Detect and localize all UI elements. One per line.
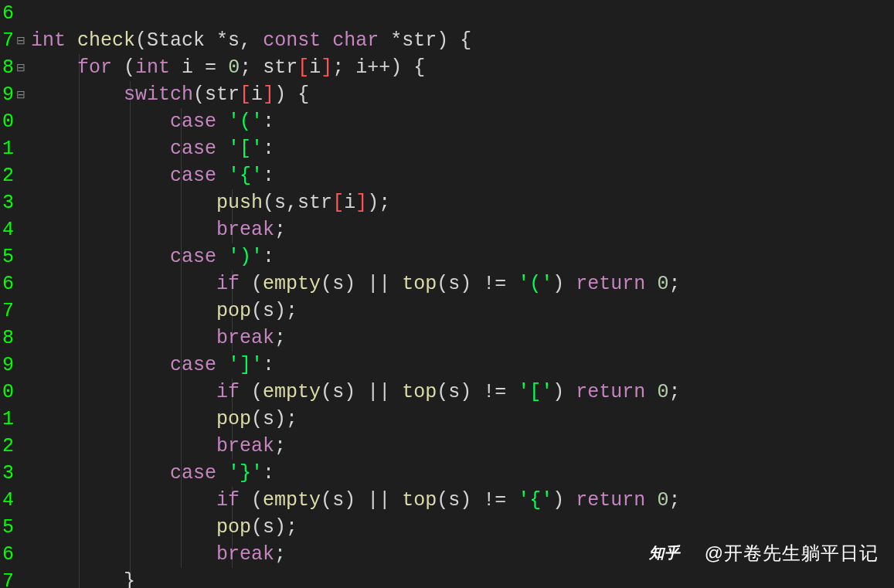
- code-token: ;: [379, 192, 390, 214]
- line-number: 7: [0, 297, 14, 325]
- code-token: [471, 273, 483, 295]
- code-token: i: [344, 192, 355, 214]
- code-line[interactable]: break;: [31, 216, 894, 243]
- code-token: [448, 29, 460, 52]
- code-token: [402, 56, 413, 79]
- gutter-row: 4: [0, 216, 26, 243]
- code-token: *: [216, 29, 228, 52]
- gutter-row: 2: [0, 433, 26, 460]
- code-token: [31, 462, 170, 484]
- code-line[interactable]: [31, 0, 894, 27]
- code-line[interactable]: pop(s);: [31, 406, 894, 433]
- code-area[interactable]: int check(Stack *s, const char *str) { f…: [26, 0, 894, 588]
- code-token: s: [332, 273, 344, 295]
- code-line[interactable]: case '{':: [31, 162, 894, 189]
- code-line-text: for (int i = 0; str[i]; i++) {: [31, 56, 425, 79]
- code-token: return: [576, 381, 645, 403]
- code-token: break: [216, 219, 274, 241]
- code-line[interactable]: if (empty(s) || top(s) != '{') return 0;: [31, 487, 894, 514]
- code-token: (: [437, 273, 448, 295]
- code-token: ||: [367, 489, 390, 512]
- code-token: (: [437, 489, 448, 512]
- code-token: 0: [657, 381, 668, 403]
- code-line-text: break;: [31, 219, 286, 241]
- line-number: 7: [0, 568, 14, 588]
- code-line-text: case '{':: [31, 165, 274, 187]
- code-token: str: [263, 56, 297, 79]
- code-token: ;: [286, 300, 297, 322]
- line-number: 5: [0, 243, 14, 270]
- code-token: [31, 570, 124, 588]
- code-line[interactable]: break;: [31, 541, 894, 568]
- code-token: empty: [263, 381, 321, 403]
- line-number: 1: [0, 135, 14, 162]
- code-line-text: if (empty(s) || top(s) != '{') return 0;: [31, 489, 680, 512]
- gutter-row: 7: [0, 297, 26, 325]
- code-token: ;: [668, 273, 680, 295]
- code-token: [31, 435, 216, 457]
- code-token: top: [402, 381, 437, 403]
- code-token: i: [251, 83, 263, 106]
- fold-toggle-icon[interactable]: ⊟: [15, 54, 26, 81]
- code-token: ,: [286, 192, 297, 214]
- code-token: =: [205, 56, 216, 79]
- code-token: ): [460, 273, 471, 295]
- code-line[interactable]: push(s,str[i]);: [31, 189, 894, 216]
- gutter-row: 1: [0, 406, 26, 433]
- fold-toggle-icon[interactable]: ⊟: [15, 81, 26, 108]
- code-token: (: [251, 300, 263, 322]
- code-line[interactable]: pop(s);: [31, 297, 894, 325]
- code-token: ): [274, 516, 286, 539]
- code-token: [31, 408, 216, 430]
- code-token: [379, 29, 390, 52]
- code-token: return: [576, 273, 645, 295]
- code-token: char: [332, 29, 379, 52]
- code-line[interactable]: int check(Stack *s, const char *str) {: [31, 27, 894, 54]
- code-line[interactable]: case '[':: [31, 135, 894, 162]
- code-line-text: break;: [31, 543, 286, 566]
- code-token: ;: [668, 381, 680, 403]
- code-line[interactable]: break;: [31, 325, 894, 352]
- code-line[interactable]: for (int i = 0; str[i]; i++) {: [31, 54, 894, 81]
- code-token: [31, 354, 170, 376]
- code-line-text: switch(str[i]) {: [31, 83, 309, 106]
- fold-toggle-icon[interactable]: ⊟: [15, 27, 26, 54]
- code-token: [31, 138, 170, 160]
- code-line[interactable]: pop(s);: [31, 514, 894, 541]
- code-token: [216, 138, 228, 160]
- code-token: s: [263, 300, 274, 322]
- code-token: check: [77, 29, 135, 52]
- code-line[interactable]: if (empty(s) || top(s) != '[') return 0;: [31, 379, 894, 406]
- line-number: 6: [0, 270, 14, 297]
- code-token: 0: [657, 489, 668, 512]
- code-token: ): [367, 192, 379, 214]
- code-line[interactable]: case '}':: [31, 460, 894, 487]
- line-number: 6: [0, 0, 14, 27]
- code-token: }: [124, 570, 135, 588]
- code-editor: 67⊟8⊟9⊟012345678901234567 int check(Stac…: [0, 0, 894, 588]
- code-line[interactable]: case ')':: [31, 243, 894, 270]
- code-token: case: [170, 138, 216, 160]
- gutter-row: 8: [0, 325, 26, 352]
- code-line[interactable]: switch(str[i]) {: [31, 81, 894, 108]
- code-token: (: [124, 56, 135, 79]
- code-token: [390, 489, 402, 512]
- code-line[interactable]: break;: [31, 433, 894, 460]
- gutter-row: 0: [0, 108, 26, 135]
- code-token: (: [251, 273, 263, 295]
- code-line-text: case '}':: [31, 462, 274, 484]
- code-token: '[': [518, 381, 552, 403]
- gutter-row: 0: [0, 379, 26, 406]
- line-number: 0: [0, 108, 14, 135]
- code-token: ;: [286, 408, 297, 430]
- code-token: empty: [263, 489, 321, 512]
- gutter-row: 2: [0, 162, 26, 189]
- code-line-text: pop(s);: [31, 516, 297, 539]
- code-token: str: [402, 29, 437, 52]
- code-token: [240, 489, 251, 512]
- code-line[interactable]: case ']':: [31, 352, 894, 379]
- code-line[interactable]: }: [31, 568, 894, 588]
- code-line-text: case ')':: [31, 246, 274, 268]
- code-line[interactable]: case '(':: [31, 108, 894, 135]
- code-line[interactable]: if (empty(s) || top(s) != '(') return 0;: [31, 270, 894, 297]
